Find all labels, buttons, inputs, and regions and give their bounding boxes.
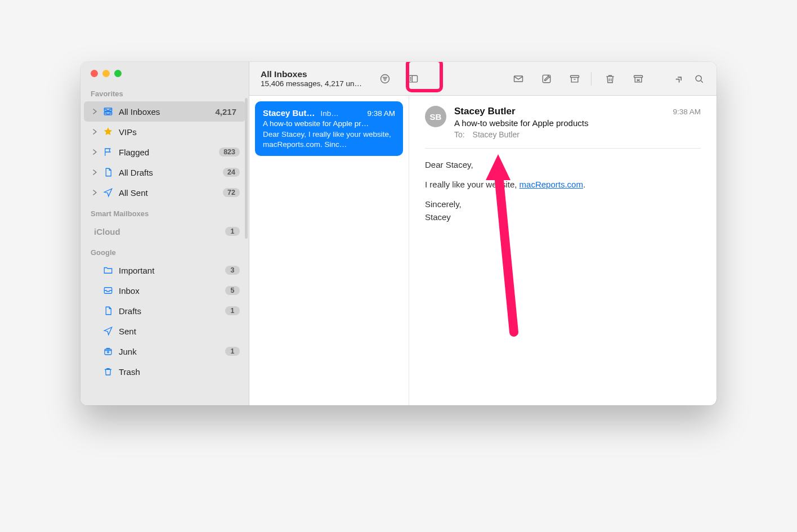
archive-icon <box>568 73 581 84</box>
sidebar-item-junk[interactable]: Junk 1 <box>84 341 245 361</box>
sidebar-item-badge: 1 <box>225 306 240 315</box>
archive-button[interactable] <box>562 66 588 91</box>
svg-rect-9 <box>634 75 643 77</box>
message-mailbox: Inb… <box>321 109 362 118</box>
spam-button[interactable] <box>625 66 651 91</box>
sidebar-item-label: iCloud <box>94 227 225 236</box>
folder-icon <box>102 265 114 275</box>
file-icon <box>102 306 114 316</box>
sidebar-item-inbox[interactable]: Inbox 5 <box>84 280 245 301</box>
search-button[interactable] <box>689 66 709 91</box>
title-block: All Inboxes 15,406 messages, 4,217 un… <box>261 69 362 88</box>
delete-button[interactable] <box>597 66 623 91</box>
trash-icon <box>102 366 114 377</box>
reader-header: SB Stacey Butler 9:38 AM A how-to websit… <box>425 106 701 139</box>
sidebar-item-vips[interactable]: VIPs <box>84 122 245 142</box>
sidebar-scrollbar[interactable] <box>245 98 248 239</box>
window-controls <box>80 62 249 83</box>
avatar: SB <box>425 106 446 127</box>
reader-sender: Stacey Butler <box>454 106 673 117</box>
inbox-icon <box>102 285 114 296</box>
sidebar-item-label: Junk <box>119 347 225 356</box>
message-preview: Dear Stacey, I really like your website,… <box>263 129 395 149</box>
chevrons-icon <box>673 73 685 84</box>
sidebar-item-count: 4,217 <box>215 107 240 117</box>
reader-subject: A how-to website for Apple products <box>454 118 701 128</box>
mailbox-title: All Inboxes <box>261 69 362 79</box>
sidebar-item-label: VIPs <box>119 127 240 137</box>
toolbar: All Inboxes 15,406 messages, 4,217 un… <box>249 62 717 96</box>
file-icon <box>102 167 114 177</box>
body-paragraph: I really like your website, macReports.c… <box>425 180 701 189</box>
section-google: Google <box>80 242 249 260</box>
sidebar-item-important[interactable]: Important 3 <box>84 260 245 280</box>
chevron-right-icon <box>92 169 98 175</box>
compose-icon <box>540 73 553 84</box>
sidebar-item-drafts[interactable]: Drafts 1 <box>84 301 245 321</box>
sidebar-item-sent[interactable]: Sent <box>84 321 245 341</box>
sidebar: Favorites All Inboxes 4,217 VIPs Flagged… <box>80 62 249 405</box>
sidebar-item-flagged[interactable]: Flagged 823 <box>84 142 245 162</box>
sidebar-item-label: All Sent <box>119 188 223 198</box>
sidebar-item-badge: 5 <box>225 286 240 295</box>
sidebar-item-trash[interactable]: Trash <box>84 361 245 382</box>
maximize-button[interactable] <box>114 70 122 77</box>
sidebar-item-all-drafts[interactable]: All Drafts 24 <box>84 162 245 182</box>
new-message-button[interactable] <box>505 66 531 91</box>
svg-rect-8 <box>571 75 579 77</box>
sidebar-item-badge: 1 <box>225 227 240 236</box>
sidebar-item-badge: 1 <box>225 347 240 356</box>
body-signature: Stacey <box>425 212 701 222</box>
chevron-right-icon <box>92 109 98 114</box>
sidebar-item-label: Trash <box>119 367 240 377</box>
sidebar-item-badge: 3 <box>225 266 240 275</box>
message-list[interactable]: Stacey But… Inb… 9:38 AM A how-to websit… <box>249 96 409 405</box>
content-split: Stacey But… Inb… 9:38 AM A how-to websit… <box>249 96 717 405</box>
envelope-icon <box>512 73 525 84</box>
more-button[interactable] <box>670 66 687 91</box>
reader-body: Dear Stacey, I really like your website,… <box>425 160 701 232</box>
to-value: Stacey Butler <box>473 130 520 139</box>
sidebar-item-badge: 72 <box>223 188 240 197</box>
sidebar-item-label: Inbox <box>119 286 225 296</box>
message-sender: Stacey But… <box>263 108 315 118</box>
star-icon <box>102 127 114 137</box>
paper-plane-icon <box>102 187 114 198</box>
layout-button[interactable] <box>400 66 426 91</box>
inbox-stack-icon <box>102 106 114 117</box>
sidebar-item-label: All Inboxes <box>119 107 215 117</box>
filter-button[interactable] <box>372 66 398 91</box>
reader-time: 9:38 AM <box>673 108 701 116</box>
reader-to: To: Stacey Butler <box>454 130 701 139</box>
message-time: 9:38 AM <box>367 109 395 118</box>
sidebar-item-label: Flagged <box>119 147 219 157</box>
sidebar-item-icloud[interactable]: iCloud 1 <box>84 221 245 242</box>
search-icon <box>693 73 705 84</box>
sidebar-item-all-sent[interactable]: All Sent 72 <box>84 182 245 203</box>
compose-button[interactable] <box>534 66 559 91</box>
message-item[interactable]: Stacey But… Inb… 9:38 AM A how-to websit… <box>255 101 403 156</box>
main-area: All Inboxes 15,406 messages, 4,217 un… <box>249 62 717 405</box>
junk-icon <box>102 346 114 356</box>
sidebar-item-badge: 24 <box>223 168 240 177</box>
close-button[interactable] <box>91 70 98 77</box>
sidebar-item-badge: 823 <box>219 147 240 157</box>
chevron-right-icon <box>92 149 98 155</box>
chevron-right-icon <box>92 129 98 135</box>
sidebar-item-all-inboxes[interactable]: All Inboxes 4,217 <box>84 101 245 122</box>
toolbar-separator <box>591 72 592 86</box>
layout-icon <box>407 73 419 84</box>
flag-icon <box>102 147 114 157</box>
mail-window: Favorites All Inboxes 4,217 VIPs Flagged… <box>80 62 717 405</box>
body-link[interactable]: macReports.com <box>520 180 583 189</box>
svg-point-10 <box>696 75 701 81</box>
sidebar-item-label: Important <box>119 266 225 275</box>
paper-plane-icon <box>102 326 114 336</box>
minimize-button[interactable] <box>102 70 110 77</box>
sidebar-item-label: All Drafts <box>119 168 223 177</box>
message-subject: A how-to website for Apple pr… <box>263 119 395 128</box>
sidebar-item-label: Sent <box>119 327 240 336</box>
section-favorites: Favorites <box>80 83 249 101</box>
spam-icon <box>632 73 644 84</box>
reader-divider <box>425 148 701 149</box>
